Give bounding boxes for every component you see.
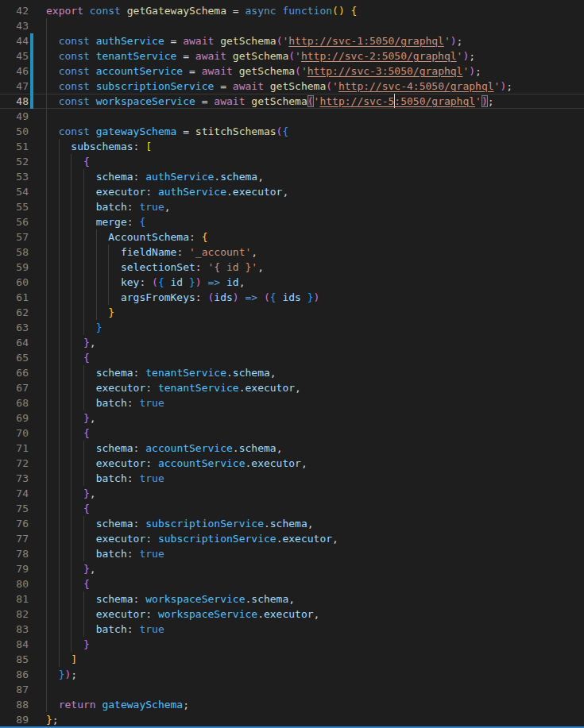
- line-number[interactable]: 57: [0, 229, 29, 245]
- code-text[interactable]: {: [46, 501, 584, 516]
- code-line[interactable]: 62 }: [0, 305, 584, 320]
- code-text[interactable]: [46, 18, 584, 33]
- code-line[interactable]: 60 key: ({ id }) => id,: [0, 275, 584, 290]
- code-line[interactable]: 54 executor: authService.executor,: [0, 184, 584, 199]
- code-text[interactable]: export const getGatewaySchema = async fu…: [46, 3, 584, 18]
- line-number[interactable]: 81: [0, 591, 29, 607]
- code-text[interactable]: [46, 682, 584, 697]
- code-text[interactable]: });: [46, 667, 584, 682]
- code-text[interactable]: merge: {: [46, 214, 584, 229]
- code-text[interactable]: fieldName: '_account',: [46, 245, 584, 260]
- code-line[interactable]: 64 },: [0, 335, 584, 350]
- line-number[interactable]: 67: [0, 380, 29, 395]
- code-text[interactable]: selectionSet: '{ id }',: [46, 260, 584, 275]
- line-number[interactable]: 59: [0, 260, 29, 275]
- code-text[interactable]: };: [46, 712, 584, 727]
- code-line[interactable]: 80 {: [0, 576, 584, 591]
- line-number[interactable]: 80: [0, 576, 29, 591]
- code-line[interactable]: 43: [0, 18, 584, 33]
- line-number[interactable]: 48: [0, 94, 29, 109]
- line-number[interactable]: 46: [0, 64, 29, 79]
- code-text[interactable]: const accountService = await getSchema('…: [46, 64, 584, 79]
- line-number[interactable]: 63: [0, 320, 29, 335]
- line-number[interactable]: 88: [0, 697, 29, 712]
- code-line[interactable]: 69 },: [0, 410, 584, 426]
- code-text[interactable]: subschemas: [: [46, 139, 584, 154]
- line-number[interactable]: 43: [0, 18, 29, 33]
- code-text[interactable]: const authService = await getSchema('htt…: [46, 33, 584, 48]
- code-text[interactable]: {: [46, 154, 584, 169]
- code-line[interactable]: 46 const accountService = await getSchem…: [0, 64, 584, 79]
- code-line[interactable]: 87: [0, 682, 584, 697]
- code-line[interactable]: 71 schema: accountService.schema,: [0, 441, 584, 456]
- code-line[interactable]: 49: [0, 109, 584, 124]
- line-number[interactable]: 87: [0, 682, 29, 697]
- code-line[interactable]: 77 executor: subscriptionService.executo…: [0, 531, 584, 546]
- line-number[interactable]: 71: [0, 441, 29, 456]
- code-line[interactable]: 47 const subscriptionService = await get…: [0, 79, 584, 94]
- line-number[interactable]: 73: [0, 471, 29, 486]
- code-line[interactable]: 89};: [0, 712, 584, 727]
- line-number[interactable]: 60: [0, 275, 29, 290]
- code-line[interactable]: 57 AccountSchema: {: [0, 229, 584, 245]
- line-number[interactable]: 64: [0, 335, 29, 350]
- code-line[interactable]: 81 schema: workspaceService.schema,: [0, 591, 584, 607]
- line-number[interactable]: 75: [0, 501, 29, 516]
- line-number[interactable]: 74: [0, 486, 29, 501]
- line-number[interactable]: 70: [0, 426, 29, 441]
- line-number[interactable]: 79: [0, 561, 29, 576]
- code-line[interactable]: 65 {: [0, 350, 584, 365]
- line-number[interactable]: 76: [0, 516, 29, 531]
- code-text[interactable]: executor: subscriptionService.executor,: [46, 531, 584, 546]
- code-text[interactable]: argsFromKeys: (ids) => ({ ids }): [46, 290, 584, 305]
- code-text[interactable]: key: ({ id }) => id,: [46, 275, 584, 290]
- line-number[interactable]: 68: [0, 395, 29, 410]
- code-line[interactable]: 76 schema: subscriptionService.schema,: [0, 516, 584, 531]
- code-text[interactable]: batch: true: [46, 395, 584, 410]
- code-line[interactable]: 74 },: [0, 486, 584, 501]
- code-text[interactable]: }: [46, 637, 584, 652]
- code-line[interactable]: 51 subschemas: [: [0, 139, 584, 154]
- code-line[interactable]: 55 batch: true,: [0, 199, 584, 214]
- code-line[interactable]: 58 fieldName: '_account',: [0, 245, 584, 260]
- code-line[interactable]: 50 const gatewaySchema = stitchSchemas({: [0, 124, 584, 139]
- line-number[interactable]: 89: [0, 712, 29, 727]
- code-line[interactable]: 88 return gatewaySchema;: [0, 697, 584, 712]
- line-number[interactable]: 84: [0, 637, 29, 652]
- line-number[interactable]: 69: [0, 410, 29, 426]
- line-number[interactable]: 50: [0, 124, 29, 139]
- code-line[interactable]: 75 {: [0, 501, 584, 516]
- code-text[interactable]: executor: accountService.executor,: [46, 456, 584, 471]
- code-line[interactable]: 84 }: [0, 637, 584, 652]
- code-text[interactable]: }: [46, 320, 584, 335]
- code-line[interactable]: 86 });: [0, 667, 584, 682]
- code-line[interactable]: 63 }: [0, 320, 584, 335]
- line-number[interactable]: 56: [0, 214, 29, 229]
- code-text[interactable]: },: [46, 335, 584, 350]
- line-number[interactable]: 85: [0, 652, 29, 667]
- code-text[interactable]: const tenantService = await getSchema('h…: [46, 48, 584, 64]
- code-line[interactable]: 83 batch: true: [0, 622, 584, 637]
- code-line[interactable]: 44 const authService = await getSchema('…: [0, 33, 584, 48]
- code-line[interactable]: 52 {: [0, 154, 584, 169]
- code-text[interactable]: [46, 109, 584, 124]
- code-text[interactable]: }: [46, 305, 584, 320]
- code-text[interactable]: batch: true: [46, 622, 584, 637]
- code-text[interactable]: {: [46, 350, 584, 365]
- code-line[interactable]: 53 schema: authService.schema,: [0, 169, 584, 184]
- code-text[interactable]: executor: workspaceService.executor,: [46, 607, 584, 622]
- code-line[interactable]: 59 selectionSet: '{ id }',: [0, 260, 584, 275]
- code-line[interactable]: 66 schema: tenantService.schema,: [0, 365, 584, 380]
- line-number[interactable]: 45: [0, 48, 29, 64]
- code-line[interactable]: 42export const getGatewaySchema = async …: [0, 3, 584, 18]
- code-text[interactable]: batch: true,: [46, 199, 584, 214]
- line-number[interactable]: 78: [0, 546, 29, 561]
- line-number[interactable]: 82: [0, 607, 29, 622]
- line-number[interactable]: 51: [0, 139, 29, 154]
- code-line[interactable]: 56 merge: {: [0, 214, 584, 229]
- line-number[interactable]: 53: [0, 169, 29, 184]
- code-text[interactable]: },: [46, 561, 584, 576]
- code-line[interactable]: 78 batch: true: [0, 546, 584, 561]
- line-number[interactable]: 86: [0, 667, 29, 682]
- code-text[interactable]: },: [46, 410, 584, 426]
